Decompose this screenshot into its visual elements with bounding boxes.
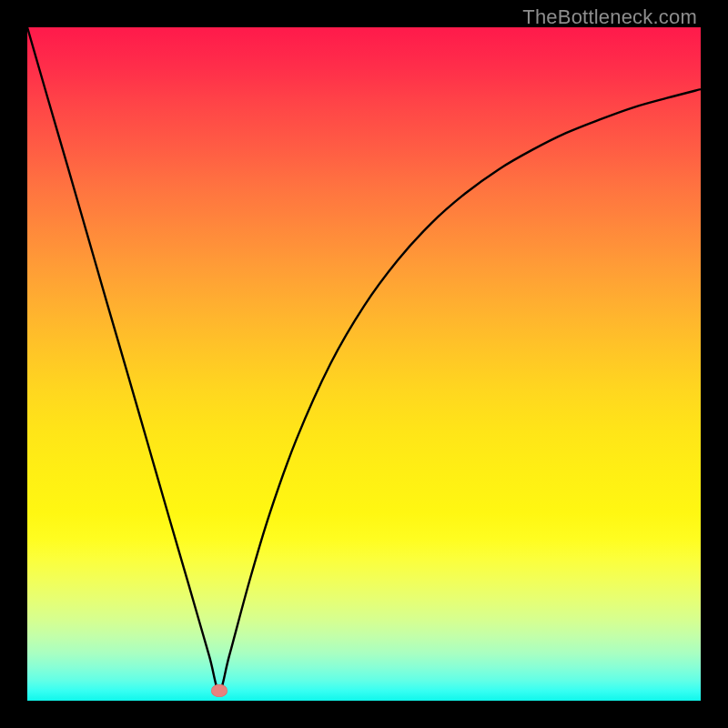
bottleneck-curve	[27, 27, 701, 701]
chart-frame: TheBottleneck.com	[0, 0, 728, 728]
minimum-marker	[211, 684, 228, 697]
curve-path	[27, 27, 701, 691]
plot-area	[27, 27, 701, 701]
watermark-text: TheBottleneck.com	[522, 5, 697, 29]
